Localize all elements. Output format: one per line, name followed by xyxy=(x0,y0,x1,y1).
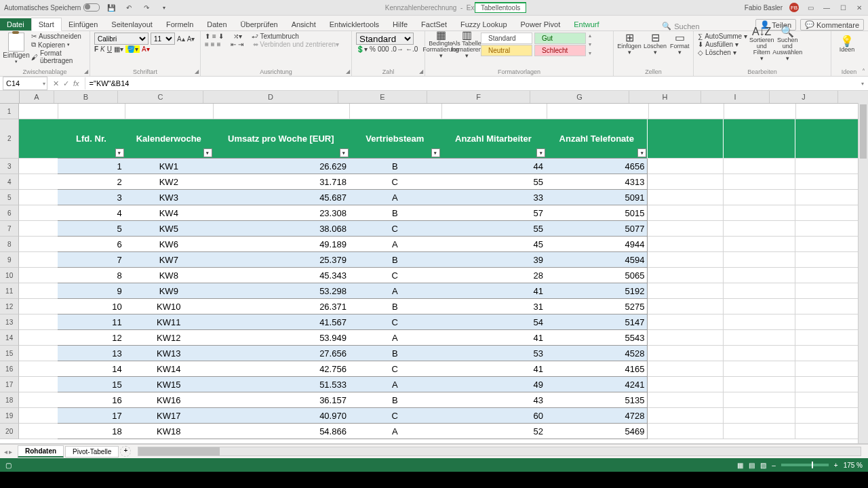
undo-icon[interactable]: ↶ xyxy=(123,1,135,14)
sheet-tab-rohdaten[interactable]: Rohdaten xyxy=(18,445,64,458)
font-color-button[interactable]: A▾ xyxy=(142,45,150,53)
col-header-A[interactable]: A xyxy=(20,91,54,103)
tab-seitenlayout[interactable]: Seitenlayout xyxy=(104,18,159,30)
filter-icon[interactable]: ▾ xyxy=(637,148,646,157)
qat-more-icon[interactable]: ▾ xyxy=(158,1,170,14)
styles-more-icon[interactable]: ▾ xyxy=(589,50,591,56)
view-page-break-icon[interactable]: ▧ xyxy=(760,462,766,469)
tab-start[interactable]: Start xyxy=(31,18,62,31)
percent-format-icon[interactable]: % xyxy=(370,45,376,53)
maximize-icon[interactable]: ☐ xyxy=(838,4,848,12)
format-painter-button[interactable]: 🖌Format übertragen xyxy=(31,49,85,64)
fx-icon[interactable]: fx xyxy=(73,79,79,88)
row-header-10[interactable]: 10 xyxy=(0,268,19,283)
row-header-8[interactable]: 8 xyxy=(0,237,19,252)
row-header-15[interactable]: 15 xyxy=(0,346,19,361)
tab-überprüfen[interactable]: Überprüfen xyxy=(234,18,285,30)
font-size-select[interactable]: 11 xyxy=(151,33,175,45)
comma-format-icon[interactable]: 000 xyxy=(378,45,389,53)
delete-cells-button[interactable]: ⊟Löschen▾ xyxy=(644,33,667,56)
tab-hilfe[interactable]: Hilfe xyxy=(386,18,414,30)
format-cells-button[interactable]: ▭Format▾ xyxy=(669,33,690,56)
view-page-layout-icon[interactable]: ▤ xyxy=(749,462,755,469)
row-header-12[interactable]: 12 xyxy=(0,299,19,314)
sheet-nav-first-icon[interactable]: ◂ xyxy=(4,448,7,455)
number-format-select[interactable]: Standard xyxy=(356,33,414,45)
align-left-icon[interactable]: ≡ xyxy=(205,41,209,48)
row-header-17[interactable]: 17 xyxy=(0,377,19,392)
col-header-J[interactable]: J xyxy=(770,91,838,103)
cut-button[interactable]: ✂Ausschneiden xyxy=(31,33,85,40)
find-select-button[interactable]: 🔍Suchen und Auswählen▾ xyxy=(776,33,799,56)
minimize-icon[interactable]: — xyxy=(822,4,831,12)
border-button[interactable]: ▦▾ xyxy=(114,45,123,53)
collapse-ribbon-icon[interactable]: ˄ xyxy=(862,68,865,75)
filter-icon[interactable]: ▾ xyxy=(203,148,212,157)
row-header-14[interactable]: 14 xyxy=(0,330,19,346)
col-header-F[interactable]: F xyxy=(427,91,530,103)
tab-daten[interactable]: Daten xyxy=(200,18,233,30)
copy-button[interactable]: ⧉Kopieren▾ xyxy=(31,41,85,49)
underline-button[interactable]: U xyxy=(107,45,112,53)
cancel-formula-icon[interactable]: ✕ xyxy=(53,79,59,88)
zoom-slider[interactable] xyxy=(781,464,829,466)
row-header-7[interactable]: 7 xyxy=(0,221,19,237)
row-header-18[interactable]: 18 xyxy=(0,392,19,408)
filter-icon[interactable]: ▾ xyxy=(340,148,349,157)
col-header-I[interactable]: I xyxy=(701,91,770,103)
expand-formula-bar-icon[interactable]: ▾ xyxy=(857,81,868,87)
style-good[interactable]: Gut xyxy=(534,33,586,44)
row-header-11[interactable]: 11 xyxy=(0,283,19,299)
increase-decimal-icon[interactable]: .0→ xyxy=(391,45,403,53)
avatar[interactable]: FB xyxy=(789,3,799,12)
style-standard[interactable]: Standard xyxy=(481,33,532,44)
tab-factset[interactable]: FactSet xyxy=(414,18,454,30)
wrap-text-button[interactable]: ⮐ Textumbruch xyxy=(252,33,299,40)
row-header-16[interactable]: 16 xyxy=(0,361,19,377)
paste-button[interactable]: Einfügen▾ xyxy=(4,33,28,65)
col-header-C[interactable]: C xyxy=(118,91,203,103)
filter-icon[interactable]: ▾ xyxy=(431,148,440,157)
decrease-decimal-icon[interactable]: ←.0 xyxy=(406,45,418,53)
style-neutral[interactable]: Neutral xyxy=(481,45,532,56)
tab-einfügen[interactable]: Einfügen xyxy=(62,18,104,30)
align-center-icon[interactable]: ≡ xyxy=(211,41,215,48)
shrink-font-icon[interactable]: A▾ xyxy=(187,35,195,43)
align-top-icon[interactable]: ⬆ xyxy=(205,33,210,40)
tell-me-search[interactable]: 🔍 Suchen xyxy=(655,22,706,30)
row-header-4[interactable]: 4 xyxy=(0,174,19,190)
tab-power pivot[interactable]: Power Pivot xyxy=(514,18,568,30)
filter-icon[interactable]: ▾ xyxy=(536,148,545,157)
tab-entwicklertools[interactable]: Entwicklertools xyxy=(323,18,386,30)
col-header-H[interactable]: H xyxy=(629,91,701,103)
spreadsheet-grid[interactable]: ABCDEFGHIJ 12Lfd. Nr.▾Kalenderwoche▾Umsa… xyxy=(0,91,868,444)
bold-button[interactable]: F xyxy=(94,45,98,53)
style-bad[interactable]: Schlecht xyxy=(534,45,586,56)
italic-button[interactable]: K xyxy=(100,45,105,53)
sheet-nav-last-icon[interactable]: ▸ xyxy=(9,448,12,455)
autosave-toggle[interactable]: Automatisches Speichern xyxy=(0,3,100,12)
row-header-6[interactable]: 6 xyxy=(0,205,19,221)
zoom-level[interactable]: 175 % xyxy=(844,462,863,469)
close-icon[interactable]: ✕ xyxy=(854,4,864,12)
col-header-B[interactable]: B xyxy=(54,91,118,103)
styles-up-icon[interactable]: ▴ xyxy=(589,33,591,39)
accounting-format-icon[interactable]: 💲▾ xyxy=(356,45,368,53)
save-icon[interactable]: 💾 xyxy=(105,1,117,14)
row-header-20[interactable]: 20 xyxy=(0,424,19,439)
select-all-corner[interactable] xyxy=(0,91,20,103)
autosum-button[interactable]: ∑AutoSumme▾ xyxy=(698,33,747,40)
tab-ansicht[interactable]: Ansicht xyxy=(285,18,323,30)
tab-entwurf[interactable]: Entwurf xyxy=(567,18,606,30)
row-header-3[interactable]: 3 xyxy=(0,159,19,174)
col-header-G[interactable]: G xyxy=(530,91,629,103)
col-header-D[interactable]: D xyxy=(203,91,338,103)
name-box[interactable]: C14▾ xyxy=(3,77,47,90)
col-header-E[interactable]: E xyxy=(338,91,427,103)
tab-formeln[interactable]: Formeln xyxy=(159,18,200,30)
format-as-table-button[interactable]: ▥Als Tabelle formatieren▾ xyxy=(455,33,478,56)
insert-cells-button[interactable]: ⊞Einfügen▾ xyxy=(618,33,641,56)
increase-indent-icon[interactable]: ⇥ xyxy=(238,41,243,48)
conditional-formatting-button[interactable]: ▦Bedingte Formatierung▾ xyxy=(429,33,452,56)
row-header-9[interactable]: 9 xyxy=(0,252,19,268)
